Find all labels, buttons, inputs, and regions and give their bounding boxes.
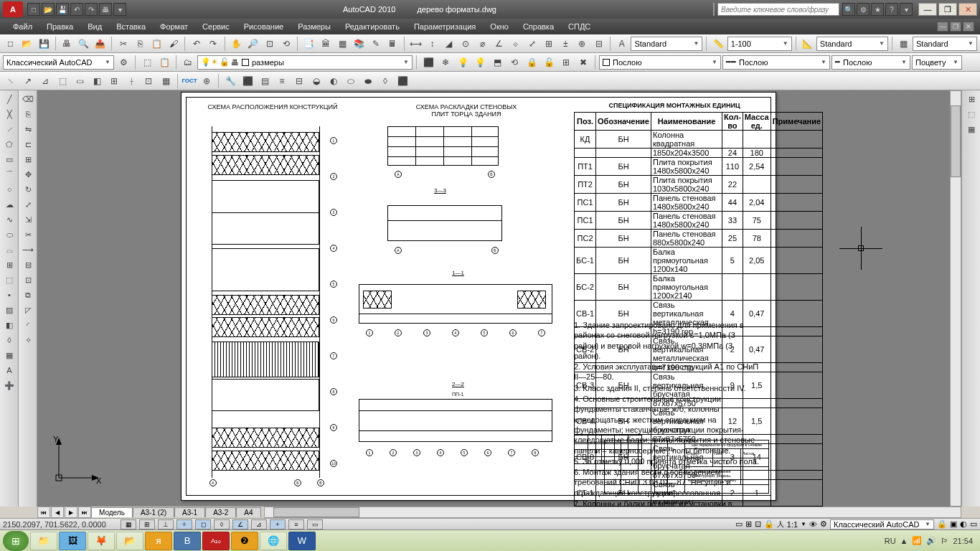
task-folder[interactable]: 📂 bbox=[116, 532, 143, 550]
fillet-icon[interactable]: ◜ bbox=[20, 318, 36, 332]
point-icon[interactable]: • bbox=[1, 288, 17, 302]
spds14-icon[interactable]: ⬛ bbox=[240, 73, 255, 89]
layout-tab-3[interactable]: А3-2 bbox=[205, 507, 236, 517]
start-button[interactable]: ⊞ bbox=[3, 531, 29, 551]
menu-insert[interactable]: Вставка bbox=[109, 20, 153, 33]
layeroff-icon[interactable]: 💡 bbox=[455, 55, 471, 70]
layeron-icon[interactable]: 💡 bbox=[472, 55, 488, 70]
polygon-icon[interactable]: ⬠ bbox=[1, 137, 17, 151]
spds22-icon[interactable]: ◊ bbox=[377, 73, 393, 89]
menu-modify[interactable]: Редактировать bbox=[338, 20, 407, 33]
revcloud-icon[interactable]: ☁ bbox=[1, 197, 17, 212]
tray-volume-icon[interactable]: 🔊 bbox=[926, 536, 936, 545]
undo-icon[interactable]: ↶ bbox=[189, 36, 204, 52]
explode-icon[interactable]: ✧ bbox=[20, 333, 36, 347]
scale-icon[interactable]: ⤢ bbox=[20, 197, 36, 212]
spds1-icon[interactable]: ⟍ bbox=[3, 73, 19, 89]
spds21-icon[interactable]: ⬬ bbox=[360, 73, 376, 89]
ortho-toggle[interactable]: ⊥ bbox=[158, 519, 174, 529]
task-ok[interactable]: я bbox=[145, 532, 172, 550]
rotate-icon[interactable]: ↻ bbox=[20, 182, 36, 197]
layerprop-icon[interactable]: 🗂 bbox=[180, 55, 196, 70]
qat-new-icon[interactable]: □ bbox=[27, 3, 40, 16]
spds7-icon[interactable]: ⊞ bbox=[106, 73, 122, 89]
cleanscreen-icon[interactable]: ▭ bbox=[970, 519, 977, 529]
help-dropdown-icon[interactable]: ▾ bbox=[900, 3, 913, 16]
menu-tools[interactable]: Сервис bbox=[195, 20, 237, 33]
menu-format[interactable]: Формат bbox=[153, 20, 195, 33]
spds19-icon[interactable]: ◐ bbox=[326, 73, 341, 89]
spds18-icon[interactable]: ◒ bbox=[308, 73, 324, 89]
spds16-icon[interactable]: ≡ bbox=[274, 73, 290, 89]
task-vk[interactable]: В bbox=[174, 532, 201, 550]
tray-flag-icon[interactable]: ▲ bbox=[900, 537, 908, 545]
dim3-icon[interactable]: ◢ bbox=[441, 36, 456, 52]
spds17-icon[interactable]: ⊟ bbox=[291, 73, 307, 89]
task-explorer[interactable]: 📁 bbox=[30, 532, 57, 550]
mdi-minimize-button[interactable]: — bbox=[937, 22, 948, 32]
qat-dropdown-icon[interactable]: ▾ bbox=[113, 3, 126, 16]
array-icon[interactable]: ⊞ bbox=[20, 152, 36, 166]
circle-icon[interactable]: ○ bbox=[1, 182, 17, 197]
close-button[interactable]: ✕ bbox=[958, 3, 977, 16]
workspace-combo[interactable]: Классический AutoCAD▼ bbox=[3, 55, 114, 70]
trim-icon[interactable]: ✂ bbox=[20, 227, 36, 242]
menu-spds[interactable]: СПДС bbox=[561, 20, 598, 33]
favorites-icon[interactable]: ★ bbox=[871, 3, 884, 16]
dim5-icon[interactable]: ⌀ bbox=[475, 36, 490, 52]
spds3-icon[interactable]: ⊿ bbox=[37, 73, 53, 89]
redo-icon[interactable]: ↷ bbox=[205, 36, 220, 52]
publish-icon[interactable]: 📤 bbox=[93, 36, 108, 52]
dim11-icon[interactable]: ⊕ bbox=[575, 36, 590, 52]
dim9-icon[interactable]: ⊞ bbox=[541, 36, 556, 52]
pline-icon[interactable]: ⟋ bbox=[1, 122, 17, 136]
insert-icon[interactable]: ⊞ bbox=[1, 258, 17, 272]
pan-icon[interactable]: ✋ bbox=[229, 36, 244, 52]
dyn-toggle[interactable]: + bbox=[270, 519, 286, 529]
cut-icon[interactable]: ✂ bbox=[116, 36, 131, 52]
rtool1-icon[interactable]: ⊞ bbox=[963, 92, 979, 106]
offset-icon[interactable]: ⊏ bbox=[20, 137, 36, 151]
layerunlock-icon[interactable]: 🔓 bbox=[541, 55, 557, 70]
maximize-button[interactable]: ❐ bbox=[938, 3, 957, 16]
chamfer-icon[interactable]: ◸ bbox=[20, 303, 36, 317]
open-icon[interactable]: 📂 bbox=[19, 36, 34, 52]
help-search-input[interactable] bbox=[717, 3, 839, 16]
tablestyle-icon[interactable]: ▦ bbox=[896, 36, 911, 52]
rtool2-icon[interactable]: ⬚ bbox=[963, 107, 979, 121]
3dosnap-toggle[interactable]: ◊ bbox=[214, 519, 230, 529]
erase-icon[interactable]: ⌫ bbox=[20, 92, 36, 106]
color-combo[interactable]: Послою▼ bbox=[599, 55, 721, 70]
qat-redo-icon[interactable]: ↷ bbox=[85, 3, 98, 16]
layerprev-icon[interactable]: ⟲ bbox=[507, 55, 522, 70]
dimstyle-combo[interactable]: Standard▼ bbox=[816, 37, 888, 51]
addsel-icon[interactable]: ➕ bbox=[1, 378, 17, 392]
qat-undo-icon[interactable]: ↶ bbox=[70, 3, 83, 16]
rtool3-icon[interactable]: ▦ bbox=[963, 122, 979, 136]
layer-man-icon[interactable]: ⬚ bbox=[139, 55, 155, 70]
spds10-icon[interactable]: ▦ bbox=[158, 73, 174, 89]
dim10-icon[interactable]: ± bbox=[558, 36, 573, 52]
scale-label[interactable]: 1:1 bbox=[787, 520, 798, 529]
match-icon[interactable]: 🖌 bbox=[166, 36, 181, 52]
tray-action-icon[interactable]: 🏳 bbox=[941, 537, 948, 545]
spds8-icon[interactable]: ⟊ bbox=[123, 73, 139, 89]
status-workspace-combo[interactable]: Классический AutoCAD▼ bbox=[830, 519, 934, 529]
model-tab[interactable]: Модель bbox=[91, 507, 133, 517]
menu-view[interactable]: Вид bbox=[80, 20, 109, 33]
spds6-icon[interactable]: ◧ bbox=[89, 73, 105, 89]
copy2-icon[interactable]: ⎘ bbox=[20, 107, 36, 121]
qat-save-icon[interactable]: 💾 bbox=[56, 3, 69, 16]
qviewlay-icon[interactable]: ⊡ bbox=[755, 519, 761, 529]
menu-dimension[interactable]: Размеры bbox=[291, 20, 338, 33]
spds12-icon[interactable]: ⊕ bbox=[199, 73, 215, 89]
mirror-icon[interactable]: ⇋ bbox=[20, 122, 36, 136]
tab-first-icon[interactable]: ⏮ bbox=[37, 507, 50, 518]
line-icon[interactable]: ╱ bbox=[1, 92, 17, 106]
model-space-label[interactable]: ▭ bbox=[735, 519, 743, 529]
task-photoviewer[interactable]: 🖼 bbox=[59, 532, 86, 550]
lineweight-combo[interactable]: ━Послою▼ bbox=[831, 55, 910, 70]
spds20-icon[interactable]: ⬭ bbox=[343, 73, 359, 89]
menu-draw[interactable]: Рисование bbox=[237, 20, 291, 33]
toolpalette-icon[interactable]: ▦ bbox=[335, 36, 350, 52]
